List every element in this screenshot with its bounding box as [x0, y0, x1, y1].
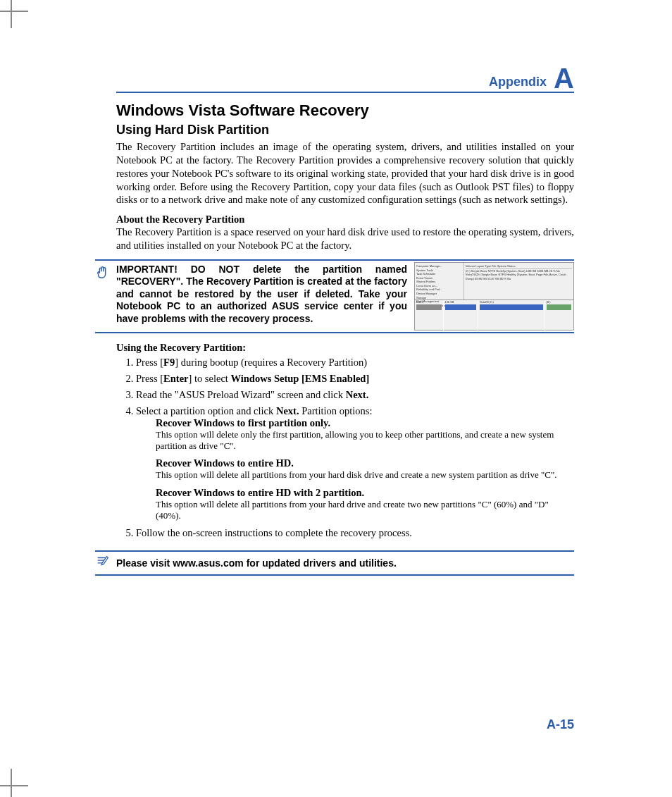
- page-number: A-15: [547, 717, 574, 732]
- dm-volume-list: Volume Layout Type File System Status(C:…: [464, 263, 573, 299]
- appendix-letter: A: [554, 64, 574, 92]
- note-pencil-icon: [95, 554, 111, 572]
- using-heading: Using the Recovery Partition:: [116, 342, 574, 354]
- note-text: Please visit www.asus.com for updated dr…: [116, 557, 397, 569]
- important-callout: IMPORTANT! DO NOT delete the partition n…: [95, 259, 574, 333]
- step-1: Press [F9] during bootup (requires a Rec…: [136, 357, 574, 369]
- option-title: Recover Windows to entire HD.: [156, 457, 574, 469]
- about-paragraph: The Recovery Partition is a space reserv…: [116, 225, 574, 252]
- partition-option: Recover Windows to entire HD with 2 part…: [156, 487, 574, 522]
- step-3: Read the "ASUS Preload Wizard" screen an…: [136, 389, 574, 401]
- page-content: Appendix A Windows Vista Software Recove…: [116, 62, 574, 576]
- note-callout: Please visit www.asus.com for updated dr…: [95, 550, 574, 576]
- hand-stop-icon: [95, 265, 111, 283]
- crop-mark: [0, 11, 28, 12]
- crop-mark: [11, 769, 12, 797]
- steps-list: Press [F9] during bootup (requires a Rec…: [116, 357, 574, 539]
- option-title: Recover Windows to first partition only.: [156, 417, 574, 429]
- disk-management-screenshot: Computer Manage... System Tools Task Sch…: [414, 262, 574, 330]
- important-text: IMPORTANT! DO NOT delete the partition n…: [116, 262, 407, 330]
- option-desc: This option will delete only the first p…: [156, 429, 574, 452]
- intro-paragraph: The Recovery Partition includes an image…: [116, 140, 574, 206]
- page-title: Windows Vista Software Recovery: [116, 101, 574, 120]
- option-title: Recover Windows to entire HD with 2 part…: [156, 487, 574, 499]
- appendix-label: Appendix: [489, 75, 547, 89]
- step-5: Follow the on-screen instructions to com…: [136, 527, 574, 539]
- crop-mark: [0, 785, 28, 786]
- partition-option: Recover Windows to first partition only.…: [156, 417, 574, 452]
- dm-partition-bar: Disk 04.65 GBVistaOS (C:)(D:): [415, 300, 573, 330]
- partition-option: Recover Windows to entire HD. This optio…: [156, 457, 574, 481]
- step-2: Press [Enter] to select Windows Setup [E…: [136, 373, 574, 385]
- dm-tree: Computer Manage... System Tools Task Sch…: [415, 263, 464, 299]
- crop-mark: [11, 0, 12, 28]
- option-desc: This option will delete all partitions f…: [156, 469, 574, 481]
- step-4: Select a partition option and click Next…: [136, 405, 574, 521]
- about-heading: About the Recovery Partition: [116, 214, 574, 225]
- header-rule: Appendix A: [116, 62, 574, 93]
- section-subtitle: Using Hard Disk Partition: [116, 123, 574, 137]
- option-desc: This option will delete all partitions f…: [156, 499, 574, 522]
